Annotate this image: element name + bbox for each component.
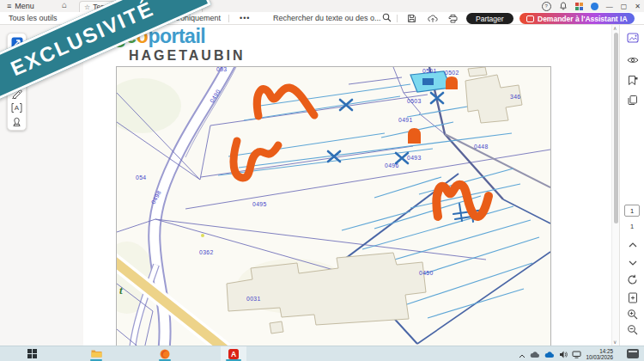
map-label-0495: 0495 <box>252 201 267 207</box>
map-label-093: 093 <box>216 67 228 72</box>
map-label-0491: 0491 <box>398 117 413 123</box>
map-label-0493: 0493 <box>407 155 422 161</box>
right-sidebar: 1 1 <box>619 25 644 346</box>
bookmark-icon[interactable] <box>626 74 639 87</box>
tray-expand-icon[interactable] <box>519 346 526 361</box>
clock[interactable]: 14:25 10/03/2026 <box>586 348 613 360</box>
file-explorer-button[interactable] <box>83 346 109 361</box>
avatar[interactable] <box>591 3 598 10</box>
map-label-0502: 0502 <box>445 70 459 76</box>
search-icon[interactable] <box>382 13 392 24</box>
firefox-button[interactable] <box>152 346 178 361</box>
share-button[interactable]: Partager <box>466 13 513 24</box>
map-label-0450: 0450 <box>419 270 434 276</box>
add-text-tool-icon[interactable]: A <box>10 101 23 113</box>
map-label-0503: 0503 <box>407 98 422 104</box>
system-tray: 14:25 10/03/2026 <box>519 346 613 361</box>
svg-text:A: A <box>231 350 236 358</box>
menu-button[interactable]: ≡ Menu <box>7 1 34 11</box>
save-icon[interactable] <box>407 14 416 25</box>
upload-cloud-icon[interactable] <box>428 14 438 25</box>
taskbar: A 14:25 10/03/2026 <box>0 346 644 361</box>
page-total: 1 <box>620 223 644 230</box>
touch-keyboard-icon[interactable] <box>627 349 639 358</box>
share-label: Partager <box>476 15 504 23</box>
rotate-page-icon[interactable] <box>626 273 639 286</box>
vertical-scrollbar[interactable]: ∧ ∨ <box>611 25 619 346</box>
zoom-in-icon[interactable] <box>626 308 639 321</box>
next-page-icon[interactable] <box>626 256 639 269</box>
home-icon[interactable]: ⌂ <box>62 0 67 9</box>
start-button[interactable] <box>19 346 45 361</box>
previous-page-icon[interactable] <box>626 238 639 251</box>
overflow-menu[interactable]: ••• <box>240 14 250 22</box>
divider <box>228 15 229 22</box>
star-icon[interactable]: ☆ <box>84 3 90 11</box>
print-icon[interactable] <box>448 14 458 25</box>
ai-assistant-icon <box>526 15 534 22</box>
map-label-054: 054 <box>136 174 147 180</box>
maximize-button[interactable]: ▢ <box>621 3 628 10</box>
copy-pages-icon[interactable] <box>626 94 639 107</box>
hamburger-icon: ≡ <box>7 2 11 10</box>
map-label-0501: 0501 <box>422 68 437 74</box>
scroll-up-icon[interactable]: ∧ <box>613 25 617 31</box>
cadastral-map: 0930490049104930495049805403620031045005… <box>116 66 551 346</box>
map-drawing: 0930490049104930495049805403620031045005… <box>117 67 550 346</box>
tray-cloud-icon[interactable] <box>530 346 540 361</box>
onedrive-icon[interactable] <box>544 346 555 361</box>
map-label-0031: 0031 <box>246 296 261 302</box>
page-number-input[interactable]: 1 <box>624 205 640 217</box>
network-icon[interactable] <box>572 346 581 361</box>
scrollbar-thumb[interactable] <box>614 33 618 223</box>
minimize-button[interactable]: — <box>606 3 613 10</box>
map-label-0496: 0496 <box>385 162 399 168</box>
map-label-0362: 0362 <box>199 249 214 255</box>
speaker-icon[interactable] <box>559 346 568 361</box>
apps-grid-icon[interactable] <box>575 3 583 10</box>
all-tools-menu[interactable]: Tous les outils <box>9 14 58 22</box>
document-area: geoportail HAGETAUBIN <box>0 25 644 346</box>
map-label-0448: 0448 <box>474 144 489 150</box>
close-button[interactable]: ✕ <box>635 3 641 10</box>
acrobat-button[interactable]: A <box>221 346 246 361</box>
zoom-out-icon[interactable] <box>626 323 639 336</box>
clock-time: 14:25 <box>586 348 613 354</box>
clock-date: 10/03/2026 <box>586 354 613 360</box>
scroll-down-icon[interactable]: ∨ <box>613 339 617 345</box>
menu-label: Menu <box>15 2 34 10</box>
map-label-t: t <box>119 284 123 297</box>
ai-assistant-button[interactable]: Demander à l'Assistant IA <box>519 13 635 24</box>
ai-assistant-label: Demander à l'Assistant IA <box>538 15 628 23</box>
pdf-page: geoportail HAGETAUBIN <box>83 25 612 346</box>
help-icon[interactable]: ? <box>542 2 551 11</box>
eye-icon[interactable] <box>626 53 639 66</box>
map-label-346: 346 <box>510 94 521 100</box>
acrobat-window: ≡ Menu ⌂ ☆ Terrain er ? — ▢ ✕ Tous les o… <box>0 0 644 361</box>
ai-summary-icon[interactable] <box>626 31 639 44</box>
search-input[interactable]: Rechercher du texte ou des o... <box>273 14 381 22</box>
stamp-tool-icon[interactable] <box>10 116 23 128</box>
divider <box>397 15 398 22</box>
page-view-icon[interactable] <box>626 291 639 304</box>
svg-text:A: A <box>15 104 20 112</box>
page-title: HAGETAUBIN <box>129 48 245 64</box>
